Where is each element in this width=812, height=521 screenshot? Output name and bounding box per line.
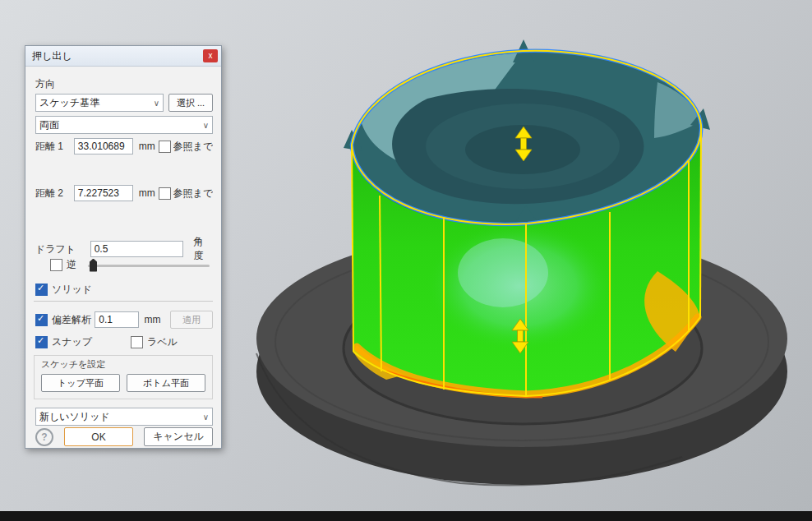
draft-slider[interactable] [88, 259, 213, 272]
distance2-ref-checkbox[interactable] [159, 187, 171, 200]
top-plane-button[interactable]: トップ平面 [41, 374, 120, 392]
extrude-body[interactable] [344, 39, 710, 397]
side-combobox[interactable]: 両面 ∨ [35, 116, 213, 134]
deviation-checkbox[interactable] [35, 314, 48, 326]
snap-checkbox[interactable] [35, 336, 48, 348]
separator [34, 301, 213, 302]
deviation-unit: mm [145, 314, 164, 325]
result-combobox-value: 新しいソリッド [39, 410, 200, 424]
distance1-label: 距離 1 [35, 140, 74, 154]
distance2-ref-label: 参照まで [173, 187, 213, 201]
method-combobox[interactable]: スケッチ基準 ∨ [35, 94, 164, 112]
ok-button[interactable]: OK [64, 427, 133, 446]
distance2-label: 距離 2 [35, 187, 74, 201]
dialog-titlebar[interactable]: 押し出し x [25, 46, 221, 67]
direction-label: 方向 [35, 77, 55, 91]
sketch-group-label: スケッチを設定 [41, 358, 105, 371]
distance1-input[interactable]: 33.010689 [74, 138, 133, 154]
distance1-unit: mm [139, 141, 159, 152]
application-window: 押し出し x 方向 スケッチ基準 ∨ 選択 ... 両面 ∨ 距離 1 33.0… [0, 0, 812, 521]
chevron-down-icon: ∨ [203, 121, 209, 130]
deviation-input[interactable]: 0.1 [95, 311, 138, 328]
distance1-ref-label: 参照まで [173, 140, 213, 154]
label-label: ラベル [147, 335, 178, 349]
viewport-bottom-bar [0, 511, 812, 521]
close-icon[interactable]: x [203, 49, 218, 62]
snap-label: スナップ [52, 335, 131, 349]
chevron-down-icon: ∨ [154, 99, 159, 108]
distance2-unit: mm [139, 187, 159, 199]
direction-section: 方向 [35, 77, 213, 91]
chevron-down-icon: ∨ [203, 413, 209, 422]
apply-button[interactable]: 適用 [170, 311, 213, 329]
reverse-label: 逆 [67, 258, 76, 272]
slider-track[interactable] [88, 265, 210, 267]
solid-label: ソリッド [52, 283, 92, 297]
side-combobox-value: 両面 [39, 118, 200, 132]
cancel-button[interactable]: キャンセル [144, 427, 213, 446]
distance2-input[interactable]: 7.227523 [74, 185, 133, 201]
dialog-title: 押し出し [25, 49, 72, 63]
label-checkbox[interactable] [131, 336, 143, 348]
select-button[interactable]: 選択 ... [168, 94, 213, 112]
solid-checkbox[interactable] [35, 284, 48, 296]
help-icon[interactable]: ? [35, 428, 53, 446]
bottom-plane-button[interactable]: ボトム平面 [127, 374, 205, 392]
reverse-checkbox[interactable] [50, 259, 62, 271]
slider-handle[interactable] [90, 259, 97, 272]
sketch-groupbox: スケッチを設定 トップ平面 ボトム平面 [34, 355, 213, 399]
result-combobox[interactable]: 新しいソリッド ∨ [35, 408, 213, 426]
draft-input[interactable]: 0.5 [90, 241, 184, 257]
deviation-label: 偏差解析 [52, 313, 95, 327]
method-combobox-value: スケッチ基準 [39, 96, 150, 110]
draft-label: ドラフト [35, 242, 90, 256]
distance1-ref-checkbox[interactable] [159, 141, 171, 153]
extrude-dialog: 押し出し x 方向 スケッチ基準 ∨ 選択 ... 両面 ∨ 距離 1 33.0… [25, 45, 222, 449]
